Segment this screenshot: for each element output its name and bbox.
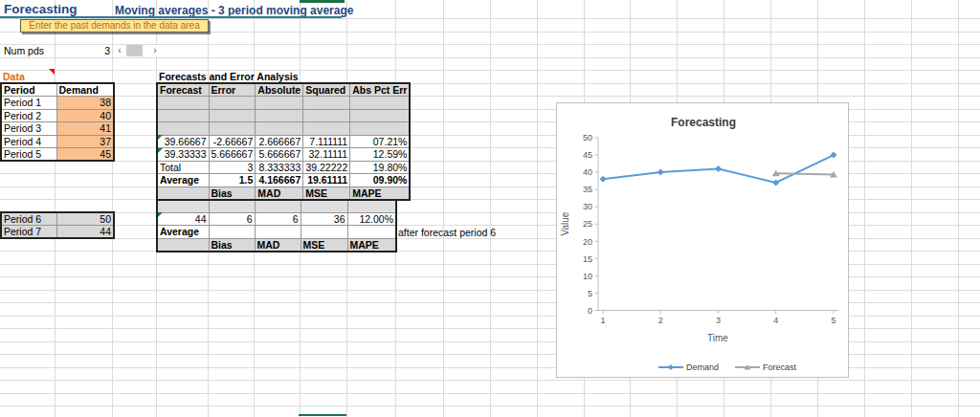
col-header-period: Period (1, 83, 56, 97)
svg-text:20: 20 (583, 237, 592, 247)
mad-value-cell: 4.166667 (256, 174, 303, 187)
total-error-cell: 3 (209, 161, 256, 174)
mad-label-2: MAD (255, 238, 301, 252)
col-header-demand: Demand (56, 83, 114, 97)
average-label: Average (157, 174, 209, 187)
selection-edge-top (300, 0, 345, 3)
mad-label: MAD (256, 187, 303, 200)
svg-text:Time: Time (707, 333, 728, 343)
page-title: Forecasting (4, 2, 78, 16)
scrollbar-right-arrow-icon[interactable]: › (149, 45, 161, 57)
bias-value-cell: 1.5 (209, 174, 256, 187)
chart-canvas: Forecasting0510152025303540455012345Valu… (557, 103, 850, 379)
squared-p4-cell: 7.111111 (303, 135, 350, 148)
svg-text:4: 4 (773, 316, 778, 325)
formula-indicator-icon (158, 135, 163, 140)
forecast-p5-cell: 39.33333 (157, 148, 209, 162)
period-2-label: Period 2 (1, 109, 56, 122)
empty-cell (347, 200, 396, 213)
page-subtitle: Moving averages - 3 period moving averag… (115, 4, 353, 17)
forecast-analysis-table: Forecast Error Absolute Squared Abs Pct … (156, 82, 411, 201)
svg-text:25: 25 (583, 219, 592, 229)
forecast-section-title: Forecasts and Error Analysis (159, 71, 299, 83)
empty-cell (303, 109, 350, 122)
empty-cell (256, 122, 303, 136)
empty-cell (157, 109, 209, 122)
comment-indicator-icon (49, 69, 55, 75)
empty-cell (303, 97, 350, 110)
abs-pct-err-p4-cell: 07.21% (350, 135, 411, 148)
next-period-forecast-table: 44 6 6 36 12.00% Average Bias MAD MSE MA… (156, 199, 397, 252)
next-error-cell: 6 (209, 212, 255, 226)
empty-cell (209, 97, 256, 110)
demand-3-cell[interactable]: 41 (56, 122, 114, 136)
svg-text:5: 5 (831, 316, 835, 325)
empty-cell (303, 122, 350, 136)
average-label-2: Average (157, 226, 209, 239)
mse-label: MSE (303, 187, 350, 200)
formula-indicator-icon (158, 148, 163, 153)
svg-text:Value: Value (560, 211, 570, 235)
svg-text:15: 15 (583, 254, 592, 264)
next-forecast-cell: 44 (157, 212, 209, 226)
num-pds-value[interactable]: 3 (57, 45, 110, 57)
comment-tooltip: Enter the past demands in the data area (20, 19, 209, 33)
scrollbar-left-arrow-icon[interactable]: ‹ (114, 45, 125, 57)
empty-cell (350, 109, 411, 122)
empty-cell (209, 109, 256, 122)
demand-6-cell[interactable]: 50 (56, 212, 114, 226)
svg-text:50: 50 (583, 133, 592, 143)
future-periods-table: Period 6 50 Period 7 44 (0, 211, 115, 239)
col-header-abs-pct-err: Abs Pct Err (350, 83, 411, 97)
empty-cell (256, 97, 303, 110)
svg-text:40: 40 (583, 167, 592, 177)
error-p5-cell: 5.666667 (209, 148, 256, 162)
mape-value-cell: 09.90% (350, 174, 411, 187)
abs-pct-err-p5-cell: 12.59% (350, 148, 411, 162)
total-label: Total (157, 161, 209, 174)
squared-p5-cell: 32.11111 (303, 148, 350, 162)
error-p4-cell: -2.66667 (209, 135, 256, 148)
selection-edge-bottom (299, 414, 346, 417)
col-header-absolute: Absolute (256, 83, 303, 97)
next-abs-pct-cell: 12.00% (347, 212, 396, 226)
demand-table: Period Demand Period 1 38 Period 2 40 Pe… (0, 82, 115, 162)
svg-text:0: 0 (588, 306, 592, 316)
period-4-label: Period 4 (1, 135, 56, 148)
col-header-squared: Squared (303, 83, 350, 97)
num-pds-label: Num pds (4, 45, 44, 57)
svg-text:1: 1 (600, 316, 605, 325)
empty-cell (157, 122, 209, 136)
data-section-label: Data (3, 71, 25, 83)
formula-indicator-icon (158, 212, 163, 217)
next-absolute-cell: 6 (255, 212, 301, 226)
mape-label-2: MAPE (347, 238, 396, 252)
svg-text:45: 45 (583, 150, 592, 160)
svg-text:30: 30 (583, 202, 592, 211)
demand-7-cell[interactable]: 44 (56, 226, 114, 239)
demand-1-cell[interactable]: 38 (56, 97, 114, 110)
total-abs-pct-cell: 19.80% (350, 161, 411, 174)
svg-text:Demand: Demand (686, 362, 719, 372)
mse-value-cell: 19.61111 (303, 174, 350, 187)
empty-cell (209, 122, 256, 136)
scrollbar-thumb[interactable] (126, 45, 143, 56)
svg-text:Forecasting: Forecasting (671, 116, 736, 129)
svg-text:35: 35 (583, 185, 592, 194)
empty-cell (255, 200, 301, 213)
empty-cell (350, 122, 411, 136)
empty-cell (157, 97, 209, 110)
absolute-p5-cell: 5.666667 (256, 148, 303, 162)
demand-2-cell[interactable]: 40 (56, 109, 114, 122)
forecast-p4-cell: 39.66667 (157, 135, 209, 148)
demand-5-cell[interactable]: 45 (56, 148, 114, 162)
empty-cell (347, 226, 396, 239)
period-1-label: Period 1 (1, 97, 56, 110)
scrollbar-track[interactable] (125, 45, 149, 57)
svg-text:2: 2 (658, 316, 663, 325)
empty-cell (157, 200, 209, 213)
svg-text:5: 5 (588, 289, 592, 298)
svg-text:Forecast: Forecast (763, 362, 797, 372)
demand-4-cell[interactable]: 37 (56, 135, 114, 148)
num-pds-scrollbar[interactable]: ‹ › (114, 45, 161, 57)
